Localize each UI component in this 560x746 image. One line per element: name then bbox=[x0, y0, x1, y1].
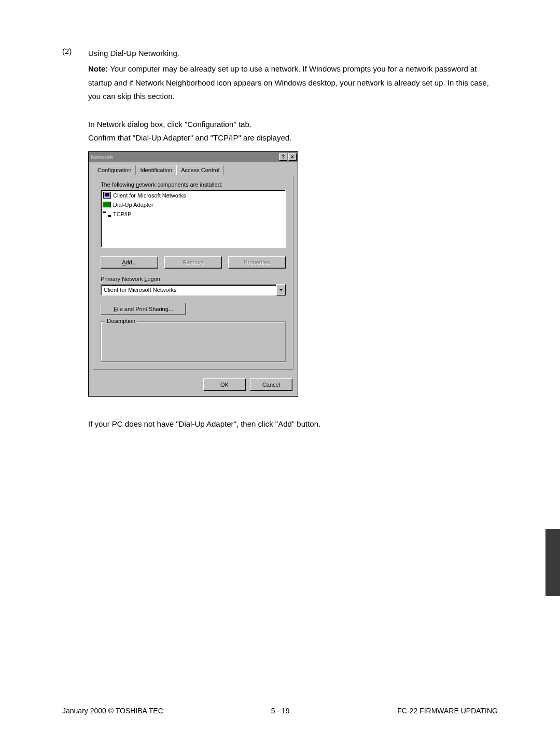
section-title: Using Dial-Up Networking. bbox=[88, 47, 498, 60]
list-item[interactable]: TCP/IP bbox=[102, 209, 285, 219]
help-button[interactable]: ? bbox=[279, 153, 287, 161]
client-icon bbox=[103, 191, 111, 200]
adapter-icon bbox=[103, 201, 111, 209]
description-groupbox: Description bbox=[101, 321, 286, 362]
list-item[interactable]: Client for Microsoft Networks bbox=[102, 191, 285, 200]
components-listbox[interactable]: Client for Microsoft Networks Dial-Up Ad… bbox=[101, 190, 286, 248]
note-label: Note: bbox=[88, 64, 108, 73]
footer-right: FC-22 FIRMWARE UPDATING bbox=[397, 707, 498, 715]
ok-button[interactable]: OK bbox=[203, 378, 246, 391]
configuration-panel: The following network components are ins… bbox=[93, 175, 293, 370]
list-item-label: TCP/IP bbox=[113, 211, 131, 217]
list-item-label: Client for Microsoft Networks bbox=[113, 192, 186, 199]
note-paragraph: Note: Your computer may be already set u… bbox=[88, 62, 498, 103]
file-print-sharing-button[interactable]: File and Print Sharing... bbox=[101, 303, 186, 315]
instruction-line-1: In Network dialog box, click "Configurat… bbox=[88, 118, 498, 131]
footer-left: January 2000 © TOSHIBA TEC bbox=[62, 707, 163, 715]
page-footer: January 2000 © TOSHIBA TEC 5 - 19 FC-22 … bbox=[62, 707, 498, 715]
tab-configuration[interactable]: Configuration bbox=[93, 165, 136, 175]
section-number: (2) bbox=[62, 47, 88, 60]
list-item-label: Dial-Up Adapter bbox=[113, 202, 153, 208]
titlebar[interactable]: Network ? × bbox=[89, 152, 298, 162]
description-label: Description bbox=[105, 318, 137, 324]
dialog-title: Network bbox=[91, 154, 113, 160]
primary-logon-label: Primary Network Logon: bbox=[101, 276, 286, 282]
add-button[interactable]: Add... bbox=[101, 256, 158, 269]
tab-identification[interactable]: Identification bbox=[135, 165, 177, 175]
properties-button[interactable]: Properties bbox=[228, 256, 286, 269]
note-text: Your computer may be already set up to u… bbox=[88, 64, 489, 101]
after-dialog-text: If your PC does not have "Dial-Up Adapte… bbox=[88, 417, 498, 431]
chevron-down-icon[interactable] bbox=[276, 284, 286, 295]
primary-logon-value: Client for Microsoft Networks bbox=[101, 284, 276, 295]
remove-button[interactable]: Remove bbox=[164, 256, 222, 269]
footer-center: 5 - 19 bbox=[271, 707, 290, 715]
cancel-button[interactable]: Cancel bbox=[250, 378, 292, 391]
components-label: The following network components are ins… bbox=[101, 181, 286, 188]
instruction-line-2: Confirm that "Dial-Up Adapter" and "TCP/… bbox=[88, 131, 498, 145]
tab-access-control[interactable]: Access Control bbox=[176, 165, 224, 175]
close-button[interactable]: × bbox=[288, 153, 297, 161]
primary-logon-combobox[interactable]: Client for Microsoft Networks bbox=[101, 284, 286, 295]
list-item[interactable]: Dial-Up Adapter bbox=[102, 200, 285, 209]
side-thumb-tab bbox=[545, 529, 560, 596]
network-dialog: Network ? × Configuration Identification… bbox=[88, 151, 298, 397]
protocol-icon bbox=[103, 210, 111, 218]
